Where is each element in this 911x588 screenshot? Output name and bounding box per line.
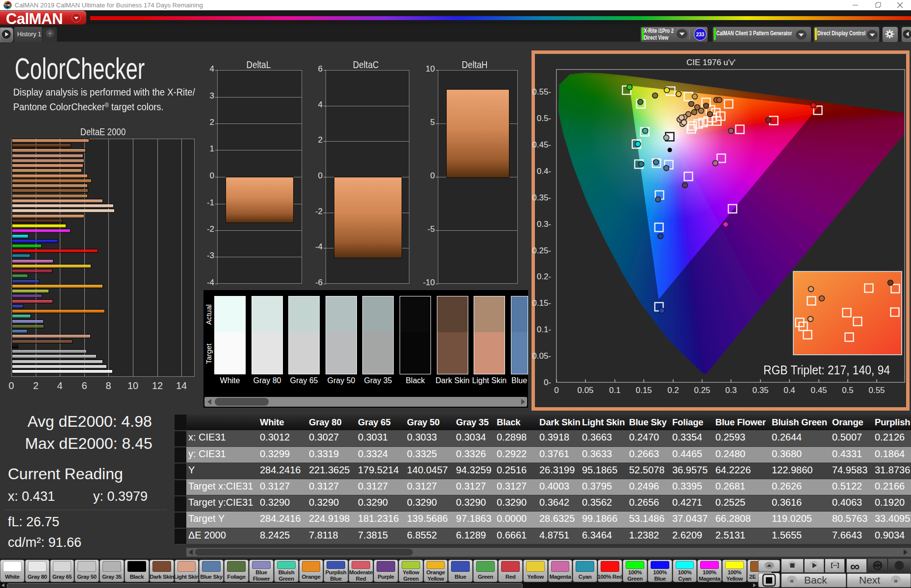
- svg-text:233: 233: [696, 32, 705, 37]
- svg-text:»: »: [894, 576, 898, 585]
- svg-text:Target: Target: [204, 343, 213, 364]
- svg-text:CM: CM: [5, 3, 10, 7]
- svg-text:«: «: [790, 576, 794, 585]
- svg-text:Actual: Actual: [204, 304, 213, 325]
